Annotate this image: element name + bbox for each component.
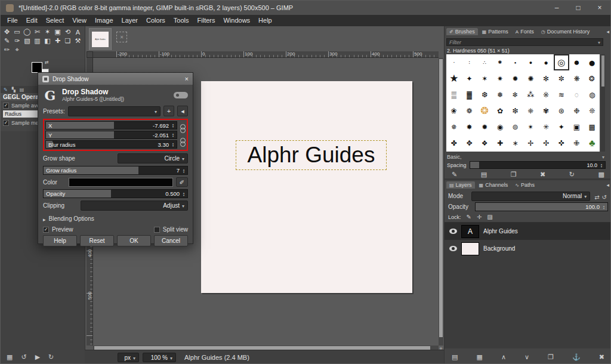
brush-filter-input[interactable]: Filter [446,38,603,46]
mode-option-icon[interactable]: ↺ [601,194,608,200]
cancel-button[interactable]: Cancel [154,235,188,246]
horizontal-ruler[interactable]: -200-1000100200300400500 [93,51,439,58]
tool-icon[interactable]: A [73,27,83,36]
menu-item[interactable]: Image [91,15,118,26]
brushes-toolbar-icon[interactable]: ▤ [481,171,487,178]
radius-entry[interactable]: Radius [3,110,42,118]
visibility-eye-icon[interactable] [449,246,457,251]
brush-cell[interactable]: ✙ [569,135,585,151]
menu-item[interactable]: Tools [169,15,193,26]
brush-cell[interactable]: ※ [538,87,554,103]
statusbar-icon[interactable]: ↺ [21,353,26,361]
spinner-buttons[interactable] [601,203,607,211]
tool-icon[interactable]: ✶ [42,27,53,36]
blur-radius-slider[interactable]: Blur radius 3.30 [45,140,177,149]
brush-cell[interactable]: ◍ [584,87,600,103]
ok-button[interactable]: OK [117,235,151,246]
tool-icon[interactable]: ⟲ [63,27,73,36]
blending-options-row[interactable]: Blending Options [43,213,188,224]
checkbox[interactable] [3,103,9,109]
tool-icon[interactable]: ◧ [42,36,53,45]
menu-item[interactable]: Select [42,15,69,26]
tool-icon[interactable]: ✄ [32,27,42,36]
dock-menu-icon[interactable]: ◂ [606,29,609,35]
tool-icon[interactable]: ✏ [2,45,12,54]
brush-cell[interactable]: ⁂ [523,87,539,103]
brush-cell[interactable]: ✱ [492,54,508,70]
brush-cell[interactable]: ❖ [477,135,492,151]
brush-cell[interactable]: ❁ [462,103,477,119]
help-button[interactable]: Help [43,235,77,246]
brush-cell[interactable]: ❄ [508,87,523,103]
tool-icon[interactable]: ▭ [12,27,22,36]
menu-item[interactable]: Help [254,15,276,26]
brush-cell[interactable]: ⊛ [554,103,569,119]
visibility-eye-icon[interactable] [449,229,457,234]
tool-icon[interactable]: ✎ [2,36,12,45]
image-tab[interactable]: Alphr Guides [89,28,112,50]
ruler-corner[interactable] [87,51,93,58]
brush-cell[interactable]: ❀ [446,103,462,119]
grow-radius-slider[interactable]: Grow radius 7 [43,166,188,175]
brush-cell[interactable]: ∗ [508,135,523,151]
spinner-buttons[interactable] [170,141,176,148]
brush-cell[interactable]: ❉ [569,103,585,119]
swap-colors-icon[interactable]: ⇄ [45,60,49,65]
color-picker-icon[interactable] [176,177,188,187]
brush-cell[interactable]: ▣ [569,119,585,135]
close-button[interactable]: × [589,1,610,15]
brush-cell[interactable]: ∴ [477,54,492,70]
tool-icon[interactable]: ◯ [22,27,32,36]
brush-cell[interactable]: ◎ [554,54,569,70]
zoom-dropdown[interactable]: 100 % [143,353,176,362]
layer-row[interactable]: Background [445,240,611,257]
reset-button[interactable]: Reset [80,235,114,246]
brush-cell[interactable]: ✤ [446,135,462,151]
brush-cell[interactable]: ≋ [554,87,569,103]
statusbar-icon[interactable]: ▶ [35,353,40,361]
tool-icon[interactable]: ▥ [32,36,42,45]
brush-cell[interactable]: ✶ [477,70,492,87]
tool-icon[interactable]: ⌖ [12,45,22,54]
layers-toolbar-icon[interactable]: ✖ [599,353,604,361]
brush-cell[interactable]: ♣ [584,135,600,151]
brush-cell[interactable]: ✵ [446,119,462,135]
layer-name[interactable]: Alphr Guides [483,228,518,235]
lock-icon[interactable]: ✎ [467,214,471,220]
brushes-toolbar-icon[interactable]: ↻ [569,171,575,178]
checkbox[interactable] [3,120,9,126]
layers-toolbar-icon[interactable]: ⚓ [572,353,581,361]
spinner-buttons[interactable] [181,190,187,198]
tab-brushes[interactable]: ✐Brushes [446,28,478,35]
dock-menu-icon[interactable]: ◂ [606,182,609,188]
tool-icon[interactable]: ✑ [12,36,22,45]
brush-cell[interactable]: ✦ [554,119,569,135]
dialog-close-icon[interactable]: × [185,75,189,82]
statusbar-icon[interactable]: ▦ [7,353,13,361]
brush-cell[interactable]: ❆ [477,87,492,103]
brush-cell[interactable]: ● [508,54,523,70]
menu-item[interactable]: Layer [118,15,143,26]
window-titlebar[interactable]: *[Untitled]-2.0 (RGB color 8-bit gamma i… [1,1,610,15]
vertical-scrollbar[interactable] [439,58,443,346]
layer-thumbnail[interactable] [461,242,479,255]
lock-icon[interactable]: ✛ [477,214,482,220]
brush-cell[interactable]: ∶ [462,54,477,70]
spinner-buttons[interactable] [170,122,176,129]
brush-cell[interactable]: ✣ [538,135,554,151]
lock-icon[interactable]: ▨ [487,214,492,220]
brush-cell[interactable]: ✜ [554,135,569,151]
brush-cell[interactable]: ❊ [584,103,600,119]
minimize-button[interactable]: – [546,1,567,15]
menu-item[interactable]: File [3,15,22,26]
brush-cell[interactable]: ✼ [554,70,569,87]
tab-paths[interactable]: ∿Paths [512,181,538,189]
layers-toolbar-icon[interactable]: ∨ [524,353,529,361]
save-preset-button[interactable]: + [163,106,174,116]
brush-tag-row[interactable]: Basic, [447,153,604,161]
mode-dropdown[interactable]: Normal [471,192,590,201]
tab-layers[interactable]: ▤Layers [446,181,475,189]
grow-shape-dropdown[interactable]: Circle [118,153,188,164]
brushes-toolbar-icon[interactable]: ❐ [511,171,517,178]
brush-cell[interactable]: ✾ [538,103,554,119]
